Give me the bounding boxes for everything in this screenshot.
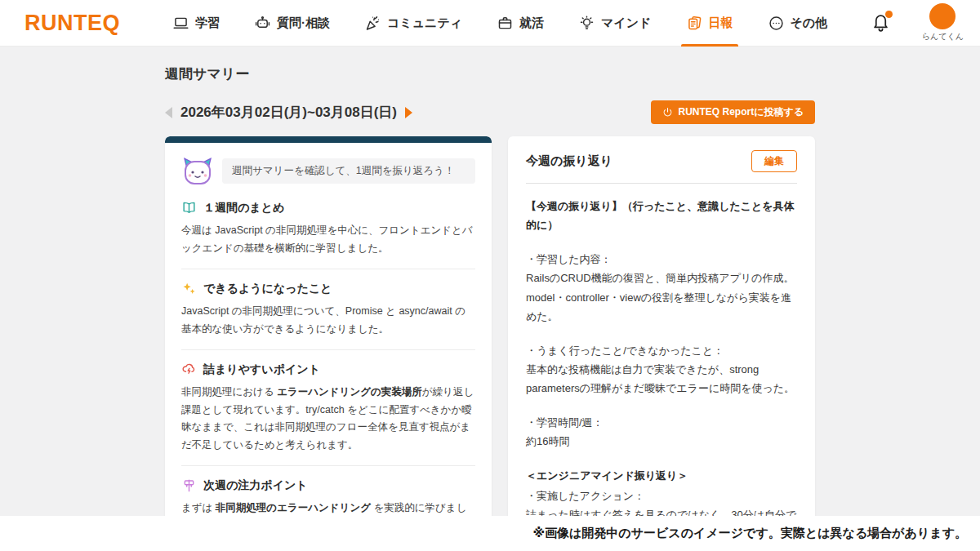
more-icon (768, 15, 785, 32)
reflection-paragraph: ・うまく行ったこと/できなかったこと： 基本的な投稿機能は自力で実装できたが、s… (526, 341, 797, 398)
section-next-week-focus: 次週の注力ポイント まずは 非同期処理のエラーハンドリング を実践的に学びましょ… (181, 465, 475, 516)
notification-bell-icon[interactable] (871, 11, 891, 35)
sparkles-icon (181, 281, 197, 296)
topbar-right: らんてくん (871, 3, 964, 42)
main-area: 週間サマリー 2026年03月02日(月)~03月08日(日) RUNTEQ R… (0, 47, 980, 516)
nav-item-questions[interactable]: 質問·相談 (252, 0, 332, 47)
nav-item-mind[interactable]: マインド (577, 0, 653, 47)
nav-item-learning[interactable]: 学習 (171, 0, 221, 47)
nav-item-jobhunt[interactable]: 就活 (495, 0, 546, 47)
lightbulb-icon (578, 15, 595, 32)
week-navigator: 2026年03月02日(月)~03月08日(日) RUNTEQ Reportに投… (165, 100, 815, 124)
briefcase-icon (497, 15, 514, 32)
post-to-runteq-report-button[interactable]: RUNTEQ Reportに投稿する (651, 100, 815, 124)
card-accent-bar (165, 136, 492, 143)
nav-label: その他 (791, 16, 828, 31)
reflection-paragraph: ・実施したアクション： 詰まった時はすぐ答えを見るのではなく、30分は自分で調べ… (526, 487, 797, 517)
user-name: らんてくん (922, 31, 964, 42)
section-title: １週間のまとめ (203, 201, 284, 216)
section-stumbling-points: 詰まりやすいポイント 非同期処理における エラーハンドリングの実装場所が繰り返し… (181, 349, 475, 454)
power-icon (662, 107, 673, 118)
page-title: 週間サマリー (165, 64, 815, 83)
party-popper-icon (364, 15, 381, 32)
weekly-reflection-card: 今週の振り返り 編集 【今週の振り返り】（行ったこと、意識したことを具体的に） … (508, 136, 815, 516)
nav-item-others[interactable]: その他 (766, 0, 830, 47)
divider (526, 183, 797, 184)
reflection-heading: ＜エンジニアマインド振り返り＞ (526, 466, 797, 485)
section-achievements: できるようになったこと JavaScript の非同期処理について、Promis… (181, 269, 475, 338)
nav-item-community[interactable]: コミュニティ (363, 0, 464, 47)
date-range: 2026年03月02日(月)~03月08日(日) (180, 103, 397, 122)
section-weekly-recap: １週間のまとめ 今週は JavaScript の非同期処理を中心に、フロントエン… (181, 198, 475, 257)
reflection-body: 【今週の振り返り】（行ったこと、意識したことを具体的に） ・学習した内容： Ra… (526, 197, 797, 516)
reflection-heading: 【今週の振り返り】（行ったこと、意識したことを具体的に） (526, 197, 797, 234)
nav-label: 質問·相談 (277, 16, 330, 31)
section-title: できるようになったこと (203, 282, 332, 296)
reflection-paragraph: ・学習した内容： RailsのCRUD機能の復習と、簡単内投稿アプリの作成。 m… (526, 250, 797, 326)
footer: ※画像は開発中のサービスのイメージです。実際とは異なる場合があります。 (0, 516, 980, 551)
weekly-summary-card: 週間サマリーを確認して、1週間を振り返ろう！ １週間のまとめ 今週は JavaS… (165, 136, 492, 516)
nav-label: 学習 (195, 16, 220, 31)
section-title: 詰まりやすいポイント (203, 362, 320, 377)
top-navigation-bar: RUNTEQ 学習 質問·相談 コミュニティ 就活 マインド 日報 その他 (0, 0, 980, 47)
nav-label: 就活 (519, 16, 544, 31)
runteq-logo[interactable]: RUNTEQ (24, 11, 120, 36)
nav-label: 日報 (709, 16, 733, 31)
nav-item-daily-report[interactable]: 日報 (684, 0, 735, 47)
reflection-paragraph: ・学習時間/週： 約16時間 (526, 413, 797, 451)
laptop-icon (172, 15, 189, 32)
report-icon (686, 15, 703, 32)
avatar (929, 3, 956, 29)
storm-cloud-icon (181, 362, 197, 377)
mascot-icon (181, 156, 214, 185)
notification-dot (885, 11, 893, 18)
user-menu[interactable]: らんてくん (922, 3, 964, 42)
prev-week-arrow[interactable] (165, 107, 172, 118)
edit-button[interactable]: 編集 (751, 150, 797, 172)
nav-label: マインド (601, 16, 651, 31)
open-book-icon (181, 200, 197, 216)
nav-label: コミュニティ (387, 16, 462, 31)
section-title: 次週の注力ポイント (203, 478, 308, 493)
disclaimer-text: ※画像は開発中のサービスのイメージです。実際とは異なる場合があります。 (532, 526, 967, 541)
signpost-icon (181, 478, 197, 493)
main-nav: 学習 質問·相談 コミュニティ 就活 マインド 日報 その他 (171, 0, 829, 47)
robot-icon (254, 15, 271, 32)
mascot-message: 週間サマリーを確認して、1週間を振り返ろう！ (222, 158, 475, 184)
reflection-title: 今週の振り返り (526, 153, 612, 169)
next-week-arrow[interactable] (405, 107, 412, 118)
